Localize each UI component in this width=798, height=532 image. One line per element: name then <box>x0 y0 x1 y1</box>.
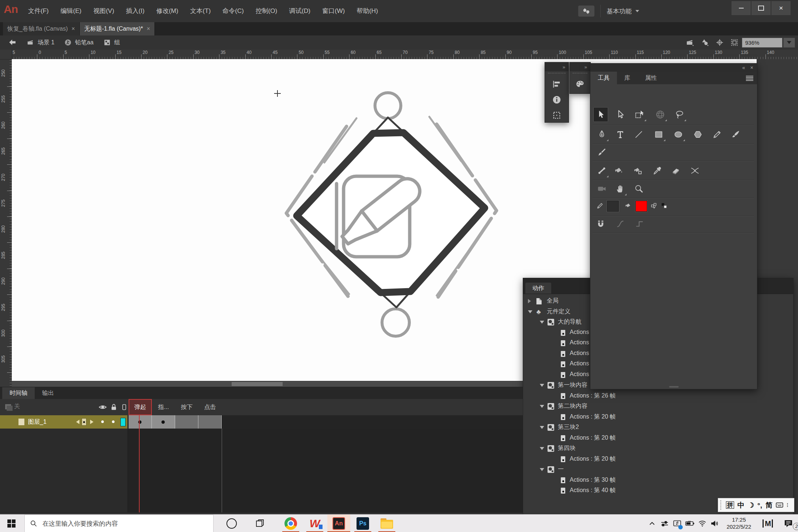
tree-collapse-arrow-icon[interactable] <box>528 310 532 313</box>
transform-panel-icon[interactable] <box>552 110 562 120</box>
ime-mode-item-5[interactable]: 简 <box>765 502 773 509</box>
menu-文件F[interactable]: 文件(F) <box>22 0 55 22</box>
actions-tree-item[interactable]: Actions : 第 20 帧 <box>523 454 789 464</box>
paint-brush-tool[interactable] <box>728 127 743 142</box>
tray-volume-icon[interactable] <box>709 515 721 532</box>
info-panel-icon[interactable] <box>552 95 562 105</box>
edit-symbols-icon[interactable] <box>698 37 712 48</box>
tab-属性[interactable]: 属性 <box>638 72 664 84</box>
panel-resize-grip[interactable] <box>669 386 679 388</box>
tray-clock[interactable]: 17:25 2022/5/22 <box>721 516 757 531</box>
keyframe-cell[interactable] <box>152 415 175 429</box>
layer-row-left[interactable]: 图层_1 <box>0 415 127 429</box>
close-panel-icon[interactable]: × <box>750 65 753 71</box>
bone-tool[interactable] <box>594 163 609 178</box>
pencil-tool[interactable] <box>710 127 724 142</box>
zoom-level-input[interactable]: 936% <box>742 38 782 48</box>
timeline-grid[interactable] <box>0 429 523 512</box>
subselection-tool[interactable] <box>613 107 628 122</box>
actions-tree-item[interactable]: Actions : 第 26 帧 <box>523 391 789 401</box>
stroke-color-swatch[interactable] <box>607 201 619 212</box>
classic-brush-tool[interactable] <box>594 145 609 160</box>
eyedropper-tool[interactable] <box>650 163 665 178</box>
ime-more-icon[interactable]: ⁝ <box>787 502 788 509</box>
document-tab[interactable]: 恢复_卷轴.fla (Canvas)× <box>3 22 80 35</box>
frame-state-header-4[interactable]: 点击 <box>198 399 222 415</box>
document-tab[interactable]: 无标题-1.fla (Canvas)*× <box>80 22 155 35</box>
tab-close-icon[interactable]: × <box>147 25 150 32</box>
tree-collapse-arrow-icon[interactable] <box>540 447 544 450</box>
workspace-switcher[interactable]: 基本功能 <box>578 0 639 22</box>
width-tool[interactable] <box>688 163 702 178</box>
ime-keyboard-icon[interactable] <box>776 502 783 508</box>
zoom-tool[interactable] <box>631 181 646 196</box>
menu-修改M[interactable]: 修改(M) <box>150 0 184 22</box>
layer-outline-color-swatch[interactable] <box>120 418 126 426</box>
scrollbar-thumb[interactable] <box>232 382 283 386</box>
lock-all-layers-icon[interactable] <box>109 403 118 412</box>
pen-tool[interactable] <box>594 127 609 142</box>
paint-bucket-tool[interactable] <box>611 163 626 178</box>
cortana-button[interactable] <box>220 515 243 532</box>
actions-tree-item[interactable]: 一 <box>523 464 789 475</box>
menu-插入I[interactable]: 插入(I) <box>120 0 150 22</box>
collapse-panel-icon[interactable]: « <box>742 65 745 71</box>
back-button[interactable] <box>5 37 20 48</box>
tray-settings-sliders-icon[interactable] <box>658 515 671 532</box>
empty-frame-cell[interactable] <box>175 415 198 429</box>
polystar-tool[interactable] <box>690 127 705 142</box>
close-button[interactable]: × <box>771 1 791 15</box>
tab-工具[interactable]: 工具 <box>590 72 617 84</box>
expand-panel-button[interactable]: » <box>545 62 569 71</box>
workspace-gear-icon[interactable] <box>578 6 594 17</box>
ink-bottle-tool[interactable] <box>630 163 645 178</box>
panel-menu-icon[interactable] <box>746 75 753 82</box>
oval-tool[interactable] <box>671 127 686 142</box>
color-palette-icon[interactable] <box>575 79 585 89</box>
hand-tool[interactable] <box>613 181 627 196</box>
frame-state-header-2[interactable]: 指... <box>152 399 175 415</box>
menu-调试D[interactable]: 调试(D) <box>283 0 316 22</box>
taskbar-app-chrome[interactable] <box>279 515 302 532</box>
menu-编辑E[interactable]: 编辑(E) <box>55 0 88 22</box>
align-panel-icon[interactable] <box>552 79 562 89</box>
prev-keyframe-icon[interactable] <box>76 420 79 424</box>
actions-tree-item[interactable]: 第二块内容 <box>523 401 789 412</box>
tree-collapse-arrow-icon[interactable] <box>540 384 544 387</box>
menu-文本T[interactable]: 文本(T) <box>184 0 217 22</box>
menu-命令C[interactable]: 命令(C) <box>216 0 250 22</box>
tree-collapse-arrow-icon[interactable] <box>540 468 544 471</box>
expand-panel-button[interactable]: » <box>570 62 590 71</box>
camera-tool[interactable] <box>594 181 609 196</box>
panel-grip[interactable] <box>548 73 566 76</box>
actions-tree-item[interactable]: 第四块 <box>523 443 789 454</box>
panel-grip[interactable] <box>573 73 587 76</box>
start-button[interactable] <box>0 515 23 532</box>
center-stage-icon[interactable] <box>712 37 727 48</box>
rectangle-tool[interactable] <box>651 127 666 142</box>
tree-expand-arrow-icon[interactable] <box>528 299 531 303</box>
ime-mode-item-3[interactable]: ☽ <box>748 502 754 509</box>
eraser-tool[interactable] <box>668 163 683 178</box>
tab-库[interactable]: 库 <box>617 72 638 84</box>
tray-display-sync-icon[interactable] <box>671 515 683 532</box>
tab-close-icon[interactable]: × <box>72 25 75 32</box>
canvas-horizontal-scrollbar[interactable] <box>12 381 523 387</box>
breadcrumb-item[interactable]: 组 <box>103 38 120 47</box>
menu-视图V[interactable]: 视图(V) <box>87 0 120 22</box>
actions-tree-item[interactable]: Actions : 第 40 帧 <box>523 485 789 496</box>
actions-tree-item[interactable]: Actions : 第 20 帧 <box>523 433 789 443</box>
tray-wifi-icon[interactable] <box>696 515 709 532</box>
tree-collapse-arrow-icon[interactable] <box>540 405 544 408</box>
default-colors-icon[interactable] <box>657 198 672 213</box>
breadcrumb-item[interactable]: 铅笔aa <box>64 38 93 47</box>
edit-scene-icon[interactable] <box>683 37 698 48</box>
tab-actions[interactable]: 动作 <box>525 283 551 294</box>
menu-窗口W[interactable]: 窗口(W) <box>316 0 351 22</box>
actions-tree-item[interactable]: Actions : 第 20 帧 <box>523 412 789 422</box>
clip-content-icon[interactable] <box>727 37 742 48</box>
taskbar-app-explorer[interactable] <box>375 515 398 532</box>
notification-center-button[interactable]: 2 <box>779 515 798 532</box>
taskbar-app-photoshop[interactable]: Ps <box>351 515 374 532</box>
ime-mode-item-2[interactable]: 中 <box>737 502 744 509</box>
